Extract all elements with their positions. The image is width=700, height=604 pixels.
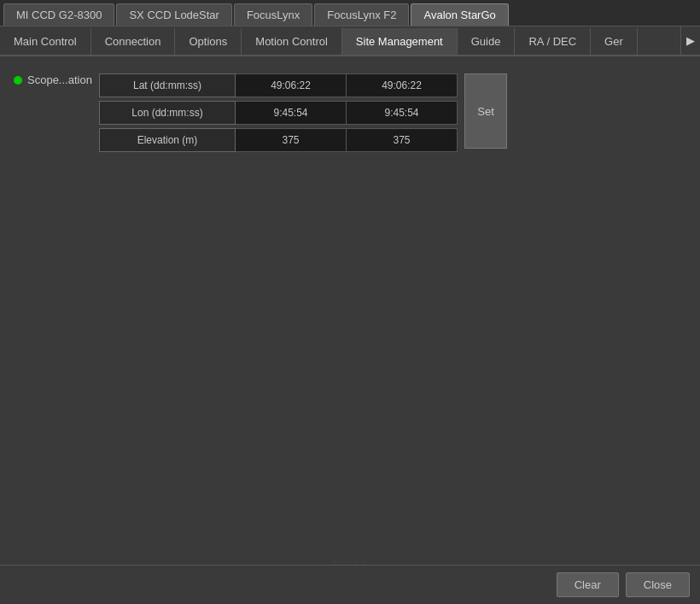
bottom-bar: Clear Close	[0, 565, 700, 604]
field-label-1: Lon (dd:mm:ss)	[99, 101, 236, 125]
panel-tabs: Main ControlConnectionOptionsMotion Cont…	[0, 26, 700, 56]
panel-tab-scroll[interactable]: ▶	[680, 26, 700, 55]
field-value2-0: 49:06:22	[347, 73, 458, 97]
status-dot	[14, 76, 22, 85]
site-content-wrapper: Scope...ation Lat (dd:mm:ss)49:06:2249:0…	[14, 70, 686, 152]
panel-tab-motion-control[interactable]: Motion Control	[242, 28, 342, 56]
close-button[interactable]: Close	[626, 572, 690, 597]
fields-group: Lat (dd:mm:ss)49:06:2249:06:22Lon (dd:mm…	[99, 73, 458, 152]
set-button[interactable]: Set	[464, 73, 507, 149]
app-window: MI CCD G2-8300SX CCD LodeStarFocusLynxFo…	[0, 0, 700, 604]
device-tab-focuslynx[interactable]: FocusLynx	[234, 3, 312, 26]
field-value1-0[interactable]: 49:06:22	[236, 73, 347, 97]
clear-button[interactable]: Clear	[557, 572, 619, 597]
content-area: Scope...ation Lat (dd:mm:ss)49:06:2249:0…	[0, 56, 700, 558]
device-tab-focuslynx-f2[interactable]: FocusLynx F2	[314, 3, 409, 26]
field-value1-2[interactable]: 375	[236, 128, 347, 152]
field-label-2: Elevation (m)	[99, 128, 236, 152]
field-value2-2: 375	[347, 128, 458, 152]
panel-tab-site-management[interactable]: Site Management	[342, 28, 458, 56]
panel-tab-ra-dec[interactable]: RA / DEC	[515, 28, 591, 56]
device-tab-mi-ccd[interactable]: MI CCD G2-8300	[3, 3, 114, 26]
panel-tab-options[interactable]: Options	[175, 28, 242, 56]
panel-tab-guide[interactable]: Guide	[458, 28, 516, 56]
field-value1-1[interactable]: 9:45:54	[236, 101, 347, 125]
field-row-2: Elevation (m)375375	[99, 128, 458, 152]
scope-name: Scope...ation	[27, 73, 92, 86]
device-tab-avalon-stargo[interactable]: Avalon StarGo	[411, 3, 508, 26]
scope-label: Scope...ation	[14, 73, 99, 86]
panel-tab-ger[interactable]: Ger	[591, 28, 638, 56]
panel-tab-main-control[interactable]: Main Control	[0, 28, 91, 56]
field-row-1: Lon (dd:mm:ss)9:45:549:45:54	[99, 101, 458, 125]
field-row-0: Lat (dd:mm:ss)49:06:2249:06:22	[99, 73, 458, 97]
device-tabs: MI CCD G2-8300SX CCD LodeStarFocusLynxFo…	[0, 0, 700, 26]
field-label-0: Lat (dd:mm:ss)	[99, 73, 236, 97]
device-tab-sx-ccd[interactable]: SX CCD LodeStar	[116, 3, 232, 26]
field-value2-1: 9:45:54	[347, 101, 458, 125]
panel-tab-connection[interactable]: Connection	[91, 28, 176, 56]
resize-handle: · · · · ·	[0, 558, 700, 565]
